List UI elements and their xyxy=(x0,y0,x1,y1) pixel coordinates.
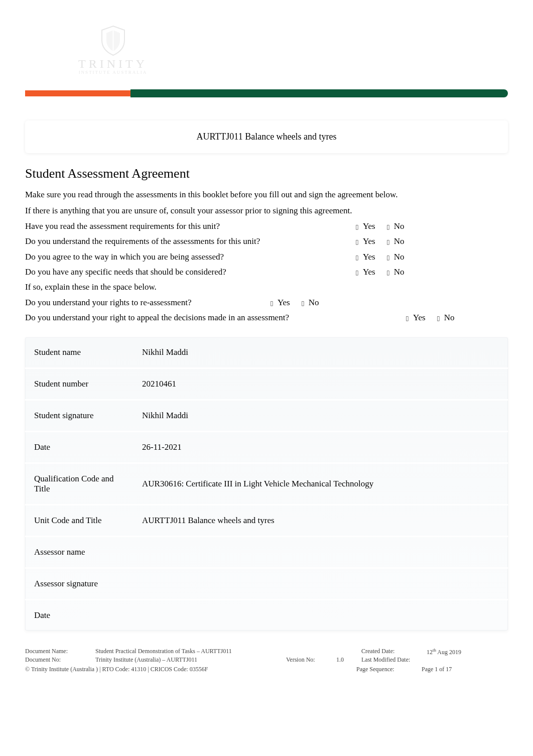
logo: TRINITY INSTITUTE AUSTRALIA xyxy=(70,25,156,75)
checkbox-icon: ▯ xyxy=(386,237,390,247)
footer-doc-name-value: Student Practical Demonstration of Tasks… xyxy=(95,648,281,656)
checkbox-icon: ▯ xyxy=(355,222,359,232)
footer-created-value: 12th Aug 2019 xyxy=(427,648,508,656)
checkbox-icon: ▯ xyxy=(437,314,440,323)
checkbox-no[interactable]: ▯No xyxy=(386,220,405,233)
intro-line-1: Make sure you read through the assessmen… xyxy=(25,188,508,201)
checkbox-icon: ▯ xyxy=(301,299,305,308)
field-label: Student number xyxy=(25,368,133,400)
field-value[interactable]: Nikhil Maddi xyxy=(133,400,508,432)
field-label: Date xyxy=(25,600,133,631)
question-row: Do you have any specific needs that shou… xyxy=(25,266,508,279)
footer-version-label: Version No: xyxy=(286,656,331,664)
footer-modified-label: Last Modified Date: xyxy=(361,656,422,664)
checkbox-no[interactable]: ▯No xyxy=(386,250,405,264)
field-label: Assessor signature xyxy=(25,568,133,600)
table-row: Qualification Code and Title AUR30616: C… xyxy=(25,463,508,505)
checkbox-icon: ▯ xyxy=(355,268,359,278)
checkbox-yes[interactable]: ▯Yes xyxy=(355,235,375,248)
questions-block: Have you read the assessment requirement… xyxy=(25,220,508,324)
field-value[interactable]: 26-11-2021 xyxy=(133,432,508,463)
footer-doc-name-label: Document Name: xyxy=(25,648,90,656)
checkbox-no[interactable]: ▯No xyxy=(437,311,455,324)
table-row: Student name Nikhil Maddi xyxy=(25,337,508,368)
table-row: Date xyxy=(25,600,508,631)
field-label: Unit Code and Title xyxy=(25,505,133,537)
footer-doc-no-value: Trinity Institute (Australia) – AURTTJ01… xyxy=(95,656,281,664)
field-value[interactable]: AUR30616: Certificate III in Light Vehic… xyxy=(133,463,508,505)
checkbox-icon: ▯ xyxy=(386,268,390,278)
question-text: Do you understand the requirements of th… xyxy=(25,235,346,248)
field-value[interactable] xyxy=(133,537,508,568)
question-row: Do you agree to the way in which you are… xyxy=(25,250,508,264)
table-row: Student signature Nikhil Maddi xyxy=(25,400,508,432)
checkbox-yes[interactable]: ▯Yes xyxy=(355,266,375,279)
question-row-appeal: Do you understand your right to appeal t… xyxy=(25,311,508,324)
footer-version-value: 1.0 xyxy=(336,656,356,664)
field-value[interactable]: AURTTJ011 Balance wheels and tyres xyxy=(133,505,508,537)
field-value[interactable] xyxy=(133,600,508,631)
question-text: Do you agree to the way in which you are… xyxy=(25,250,346,264)
logo-shield-icon xyxy=(99,25,127,56)
checkbox-no[interactable]: ▯No xyxy=(301,296,319,309)
question-text: Do you have any specific needs that shou… xyxy=(25,266,346,279)
logo-wordmark: TRINITY xyxy=(78,57,148,71)
unit-title-card: AURTTJ011 Balance wheels and tyres xyxy=(25,120,508,153)
footer-copyright: © Trinity Institute (Australia ) | RTO C… xyxy=(25,666,351,673)
footer-created-label: Created Date: xyxy=(361,648,422,656)
checkbox-yes[interactable]: ▯Yes xyxy=(355,250,375,264)
intro-line-2: If there is anything that you are unsure… xyxy=(25,204,508,217)
unit-title: AURTTJ011 Balance wheels and tyres xyxy=(196,132,336,142)
logo-subtext: INSTITUTE AUSTRALIA xyxy=(79,70,148,75)
field-value[interactable]: Nikhil Maddi xyxy=(133,337,508,368)
checkbox-icon: ▯ xyxy=(406,314,409,323)
footer-doc-no-label: Document No: xyxy=(25,656,90,664)
checkbox-icon: ▯ xyxy=(386,222,390,232)
checkbox-icon: ▯ xyxy=(270,299,274,308)
field-label: Student signature xyxy=(25,400,133,432)
table-row: Assessor name xyxy=(25,537,508,568)
checkbox-yes[interactable]: ▯Yes xyxy=(270,296,290,309)
checkbox-no[interactable]: ▯No xyxy=(386,266,405,279)
field-label: Qualification Code and Title xyxy=(25,463,133,505)
question-text: Have you read the assessment requirement… xyxy=(25,220,346,233)
footer-page-seq-value: Page 1 of 17 xyxy=(422,666,452,673)
brand-stripe xyxy=(25,89,508,97)
checkbox-icon: ▯ xyxy=(355,253,359,263)
field-label: Date xyxy=(25,432,133,463)
table-row: Assessor signature xyxy=(25,568,508,600)
table-row: Date 26-11-2021 xyxy=(25,432,508,463)
section-heading: Student Assessment Agreement xyxy=(25,166,508,181)
question-text: Do you understand your rights to re-asse… xyxy=(25,296,261,309)
footer-modified-value xyxy=(427,656,508,664)
checkbox-no[interactable]: ▯No xyxy=(386,235,405,248)
agreement-form-table: Student name Nikhil Maddi Student number… xyxy=(25,337,508,631)
question-row-reassessment: Do you understand your rights to re-asse… xyxy=(25,296,508,309)
table-row: Unit Code and Title AURTTJ011 Balance wh… xyxy=(25,505,508,537)
field-label: Student name xyxy=(25,337,133,368)
checkbox-yes[interactable]: ▯Yes xyxy=(406,311,426,324)
question-row: Do you understand the requirements of th… xyxy=(25,235,508,248)
checkbox-icon: ▯ xyxy=(355,237,359,247)
letterhead: TRINITY INSTITUTE AUSTRALIA xyxy=(25,25,508,105)
checkbox-yes[interactable]: ▯Yes xyxy=(355,220,375,233)
footer-page-seq-label: Page Sequence: xyxy=(356,666,417,673)
table-row: Student number 20210461 xyxy=(25,368,508,400)
field-value[interactable] xyxy=(133,568,508,600)
page-footer: Document Name: Student Practical Demonst… xyxy=(25,648,508,673)
explain-line: If so, explain these in the space below. xyxy=(25,281,508,294)
question-text: Do you understand your right to appeal t… xyxy=(25,311,396,324)
question-row: Have you read the assessment requirement… xyxy=(25,220,508,233)
field-label: Assessor name xyxy=(25,537,133,568)
intro-block: Make sure you read through the assessmen… xyxy=(25,188,508,217)
checkbox-icon: ▯ xyxy=(386,253,390,263)
field-value[interactable]: 20210461 xyxy=(133,368,508,400)
